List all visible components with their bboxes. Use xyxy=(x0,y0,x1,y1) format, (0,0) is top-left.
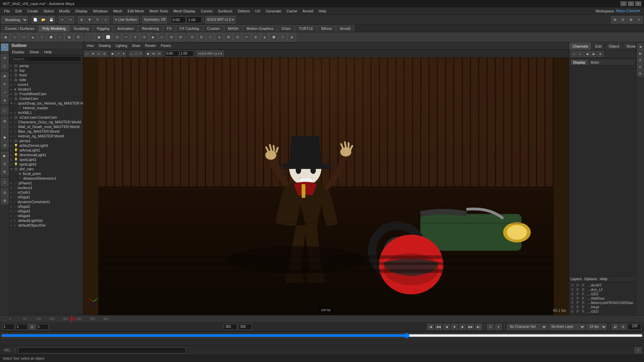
shelf-icon-unfold[interactable]: ⊠ xyxy=(224,33,233,42)
show-manip-btn[interactable]: ⬡ xyxy=(1,107,8,114)
outliner-item-27[interactable]: ▷○nCloth1 xyxy=(9,190,83,195)
outliner-item-23[interactable]: ◆focal_point xyxy=(9,171,83,176)
snap-curve-btn[interactable]: ⌒ xyxy=(1,125,8,133)
viewport-menu-lighting[interactable]: Lighting xyxy=(113,44,129,48)
char-set-dropdown[interactable]: No Character Set xyxy=(507,324,547,330)
menu-generate[interactable]: Generate xyxy=(263,8,284,14)
time-input[interactable] xyxy=(171,16,186,23)
cb-tab-anim[interactable]: Anim xyxy=(589,60,601,65)
viewport-menu-shading[interactable]: Shading xyxy=(97,44,113,48)
start-frame-input[interactable] xyxy=(37,324,49,330)
layers-help[interactable]: Help xyxy=(600,277,607,281)
outliner-help-menu[interactable]: Help xyxy=(42,49,55,55)
menu-windows[interactable]: Windows xyxy=(90,8,111,14)
tab-custom[interactable]: Custom xyxy=(203,25,223,32)
camera-btn[interactable]: ⬡ xyxy=(1,178,8,186)
menu-mesh-display[interactable]: Mesh Display xyxy=(171,8,198,14)
paint-tool-btn[interactable]: ⬡ xyxy=(1,62,8,69)
tab-poly-modeling[interactable]: Poly Modeling xyxy=(39,25,69,32)
shelf-icon-layout[interactable]: ⊟ xyxy=(233,33,242,42)
vp-wire-btn[interactable]: ⬡ xyxy=(116,51,121,57)
shelf-icon-wedge[interactable]: ▷ xyxy=(158,33,167,42)
layers-tab[interactable]: Layers xyxy=(571,277,582,281)
viewport-menu-render[interactable]: Render xyxy=(143,44,158,48)
icon-btn-1[interactable]: ⊞ xyxy=(611,16,619,23)
time-scrubber[interactable] xyxy=(1,333,643,338)
layer-v-5[interactable]: V xyxy=(571,305,575,309)
menu-arnold[interactable]: Arnold xyxy=(300,8,316,14)
cb-tab-display[interactable]: Display xyxy=(571,60,587,65)
undo-button[interactable]: ↩ xyxy=(59,16,66,23)
rp-icon-3[interactable]: ◀ xyxy=(584,51,590,57)
render-settings-btn[interactable]: ⚙ xyxy=(1,168,8,175)
outliner-item-22[interactable]: ▼🎥dof_cam xyxy=(9,167,83,171)
layer-p-4[interactable]: P xyxy=(577,301,581,305)
layer-r-5[interactable]: R xyxy=(582,305,586,309)
scale-btn[interactable]: ⤢ xyxy=(102,16,109,23)
viewport-menu-view[interactable]: View xyxy=(85,44,96,48)
shelf-icon-cylinder-map[interactable]: ⬡ xyxy=(206,33,215,42)
layer-r-2[interactable]: R xyxy=(582,292,586,296)
vp-aces-btn[interactable]: ACES RRT v1.0 ▾ xyxy=(197,51,223,57)
shelf-icon-extract[interactable]: ⬡ xyxy=(19,33,28,42)
fr-btn-5[interactable]: ⊞ xyxy=(637,70,643,76)
outliner-item-8[interactable]: ▼▷quickSnap_loc_Helmet_rig_MASTER:H... xyxy=(9,101,83,106)
rotate-btn[interactable]: ↻ xyxy=(94,16,101,23)
shelf-icon-smooth[interactable]: ○ xyxy=(56,33,64,42)
vp-shade-btn[interactable]: ● xyxy=(121,51,126,57)
play-forward-btn[interactable]: ▶ xyxy=(459,324,466,330)
shelf-icon-bridge[interactable]: ⊞ xyxy=(74,33,83,42)
menu-surfaces[interactable]: Surfaces xyxy=(215,8,235,14)
shelf-icon-delete-edge[interactable]: ✕ xyxy=(131,33,140,42)
time-input2[interactable] xyxy=(186,16,202,23)
layer-v-0[interactable]: V xyxy=(571,284,575,287)
restore-button[interactable]: □ xyxy=(628,1,634,6)
outliner-display-menu[interactable]: Display xyxy=(9,49,27,55)
outliner-item-29[interactable]: ▷○dynamicConstraint1 xyxy=(9,199,83,204)
shelf-icon-crease-tool[interactable]: ≋ xyxy=(140,33,149,42)
shelf-icon-sphere-map[interactable]: ● xyxy=(215,33,224,42)
viewport-menu-panels[interactable]: Panels xyxy=(159,44,173,48)
layer-p-6[interactable]: P xyxy=(577,310,581,313)
shelf-icon-lattice[interactable]: ⬡ xyxy=(278,33,287,42)
workspace-selector[interactable]: Workspace: Maya Classic▾ xyxy=(593,9,643,13)
shelf-icon-reduce[interactable]: ▽ xyxy=(38,33,46,42)
outliner-item-24[interactable]: ⬡distanceDimension1 xyxy=(9,176,83,181)
icon-btn-3[interactable]: ⊠ xyxy=(627,16,635,23)
rp-icon-4[interactable]: ▶ xyxy=(591,51,597,57)
outliner-item-7[interactable]: ▷🎥CenterCam xyxy=(9,96,83,101)
outliner-item-28[interactable]: ▷○nRigid1 xyxy=(9,195,83,199)
rp-tab-edit[interactable]: Edit xyxy=(592,42,605,50)
current-frame-input[interactable] xyxy=(3,324,14,330)
shelf-icon-optimize[interactable]: ⊕ xyxy=(251,33,260,42)
layer-v-2[interactable]: V xyxy=(571,292,575,296)
shelf-icon-combine[interactable]: ◆ xyxy=(1,33,10,42)
shelf-icon-insert-edge-loop[interactable]: ⊟ xyxy=(113,33,121,42)
timeline-track-numbers[interactable]: 0 50 100 150 200 228 250 300 350 xyxy=(0,315,644,322)
layer-row-1[interactable]: V P R ....Arm_LF xyxy=(571,288,635,292)
shelf-icon-multi-cut[interactable]: ✂ xyxy=(122,33,130,42)
layer-r-0[interactable]: R xyxy=(582,284,586,287)
tab-bifrost[interactable]: Bifrost xyxy=(318,25,335,32)
vp-res1-btn[interactable]: 1 xyxy=(129,51,133,57)
tab-rigging[interactable]: Rigging xyxy=(93,25,113,32)
options-tab[interactable]: Options xyxy=(584,277,597,281)
rotate-tool-btn[interactable]: ↻ xyxy=(1,80,8,88)
move-btn[interactable]: ✥ xyxy=(86,16,93,23)
go-end-btn[interactable]: ▶| xyxy=(475,324,482,330)
tab-motion-graphics[interactable]: Motion Graphics xyxy=(243,25,277,32)
vp-time-input2[interactable] xyxy=(179,51,194,57)
shelf-icon-connect[interactable]: ⊕ xyxy=(167,33,176,42)
outliner-item-31[interactable]: ▷○nRigid3 xyxy=(9,209,83,214)
outliner-item-19[interactable]: ▷💡directionalLight1 xyxy=(9,153,83,157)
layer-v-3[interactable]: V xyxy=(571,297,575,300)
fr-btn-3[interactable]: ⊕ xyxy=(637,57,643,63)
outliner-item-17[interactable]: ▷💡aiSkyDomeLight1 xyxy=(9,143,83,148)
menu-mesh-tools[interactable]: Mesh Tools xyxy=(147,8,170,14)
symmetry-btn[interactable]: Symmetry: Off xyxy=(142,16,167,23)
rp-icon-5[interactable]: ⊕ xyxy=(597,51,603,57)
layer-r-4[interactable]: R xyxy=(582,301,586,305)
shelf-icon-fill-hole[interactable]: ▲ xyxy=(29,33,37,42)
minimize-button[interactable]: − xyxy=(621,1,627,6)
layer-v-6[interactable]: V xyxy=(571,310,575,313)
